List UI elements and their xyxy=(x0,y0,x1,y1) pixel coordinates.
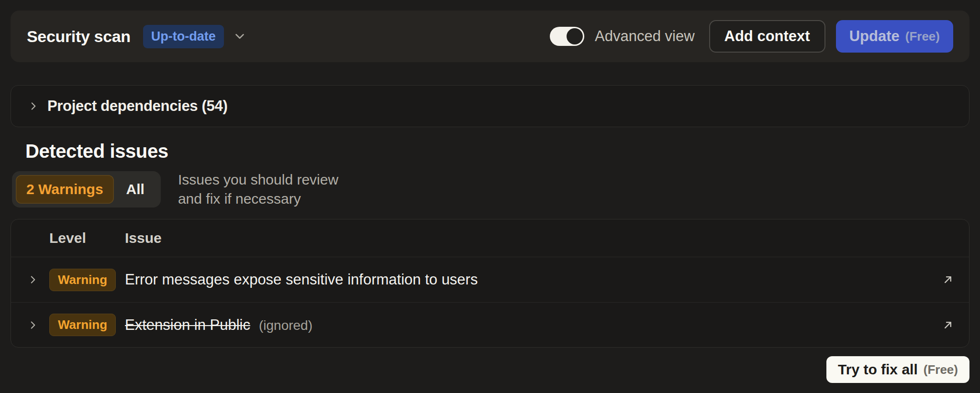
issues-table: Level Issue Warning Error messages expos… xyxy=(11,219,969,348)
table-row[interactable]: Warning Extension in Public (ignored) xyxy=(11,302,969,347)
issues-filter-row: 2 Warnings All Issues you should review … xyxy=(11,170,969,208)
project-dependencies-label: Project dependencies (54) xyxy=(47,98,227,115)
level-cell: Warning xyxy=(49,314,125,336)
try-fix-all-button[interactable]: Try to fix all (Free) xyxy=(826,356,969,383)
topbar: Security scan Up-to-date Advanced view A… xyxy=(11,11,969,62)
issue-filter-segmented-control: 2 Warnings All xyxy=(12,171,161,207)
try-fix-all-label: Try to fix all xyxy=(838,361,918,378)
issue-cell: Error messages expose sensitive informat… xyxy=(125,271,927,288)
issues-description-line2: and fix if necessary xyxy=(178,189,338,208)
filter-all-tab[interactable]: All xyxy=(114,175,157,204)
add-context-button[interactable]: Add context xyxy=(709,20,825,53)
expand-chevron-right-icon[interactable] xyxy=(11,273,49,286)
update-button-label: Update xyxy=(849,28,900,45)
update-free-label: (Free) xyxy=(905,29,940,44)
status-badge: Up-to-date xyxy=(143,25,224,48)
issues-description-line1: Issues you should review xyxy=(178,170,338,189)
update-button[interactable]: Update (Free) xyxy=(836,20,953,53)
table-row[interactable]: Warning Error messages expose sensitive … xyxy=(11,257,969,302)
column-header-issue: Issue xyxy=(125,230,969,246)
chevron-down-icon[interactable] xyxy=(233,29,247,44)
project-dependencies-row[interactable]: Project dependencies (54) xyxy=(11,85,969,127)
ignored-label: (ignored) xyxy=(259,318,312,333)
issue-text: Error messages expose sensitive informat… xyxy=(125,271,478,288)
external-link-icon[interactable] xyxy=(927,318,969,332)
external-link-icon[interactable] xyxy=(927,273,969,286)
security-scan-page: Security scan Up-to-date Advanced view A… xyxy=(0,0,980,393)
page-title: Security scan xyxy=(27,27,131,46)
try-fix-all-free-label: (Free) xyxy=(924,362,958,377)
expand-chevron-right-icon[interactable] xyxy=(11,319,49,331)
warning-badge: Warning xyxy=(49,269,116,291)
topbar-left: Security scan Up-to-date xyxy=(27,25,247,48)
topbar-right: Advanced view Add context Update (Free) xyxy=(550,20,953,53)
advanced-view-label: Advanced view xyxy=(595,28,695,45)
toggle-knob xyxy=(567,28,583,44)
level-cell: Warning xyxy=(49,269,125,291)
footer-actions: Try to fix all (Free) xyxy=(11,356,969,383)
warning-badge: Warning xyxy=(49,314,116,336)
issue-text-ignored: Extension in Public xyxy=(125,317,250,334)
issue-cell: Extension in Public (ignored) xyxy=(125,317,927,334)
column-header-level: Level xyxy=(49,230,125,246)
filter-warnings-tab[interactable]: 2 Warnings xyxy=(16,175,114,204)
chevron-right-icon[interactable] xyxy=(27,100,40,112)
issues-table-header: Level Issue xyxy=(11,219,969,257)
issues-description: Issues you should review and fix if nece… xyxy=(178,170,338,208)
detected-issues-heading: Detected issues xyxy=(25,141,969,162)
advanced-view-toggle[interactable] xyxy=(550,27,584,46)
